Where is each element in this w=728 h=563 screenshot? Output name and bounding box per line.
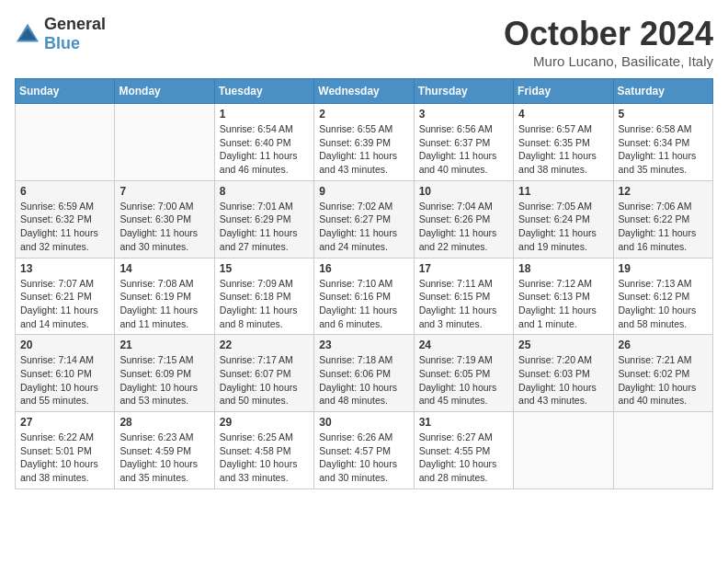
logo: General Blue [15,15,106,53]
sunrise-text: Sunrise: 7:07 AM [20,278,94,289]
calendar-cell: 20 Sunrise: 7:14 AM Sunset: 6:10 PM Dayl… [16,335,115,412]
sunrise-text: Sunrise: 6:27 AM [419,431,493,442]
sunset-text: Sunset: 6:21 PM [20,291,92,302]
day-number: 5 [619,108,708,121]
day-number: 15 [220,262,309,275]
calendar-cell: 24 Sunrise: 7:19 AM Sunset: 6:05 PM Dayl… [414,335,513,412]
sunset-text: Sunset: 6:30 PM [119,213,191,224]
sunrise-text: Sunrise: 7:09 AM [220,278,293,289]
logo-icon [15,21,40,47]
day-number: 25 [518,339,608,351]
sunset-text: Sunset: 6:02 PM [619,368,690,379]
calendar-cell: 18 Sunrise: 7:12 AM Sunset: 6:13 PM Dayl… [514,258,613,335]
day-number: 18 [518,262,608,275]
sunset-text: Sunset: 6:16 PM [319,291,391,302]
calendar-cell: 12 Sunrise: 7:06 AM Sunset: 6:22 PM Dayl… [613,180,712,258]
day-number: 4 [518,108,608,121]
sunset-text: Sunset: 6:24 PM [518,213,590,224]
sunrise-text: Sunrise: 7:08 AM [119,278,193,289]
day-number: 22 [220,339,309,351]
sunrise-text: Sunrise: 6:54 AM [220,123,293,134]
sunset-text: Sunset: 6:32 PM [20,213,92,224]
sunset-text: Sunset: 6:35 PM [518,137,590,148]
day-number: 1 [220,108,309,121]
daylight-text: Daylight: 10 hours and 55 minutes. [20,382,98,407]
weekday-header: Sunday [16,79,115,104]
sunset-text: Sunset: 6:07 PM [220,368,291,379]
daylight-text: Daylight: 10 hours and 48 minutes. [319,382,397,407]
calendar-cell: 28 Sunrise: 6:23 AM Sunset: 4:59 PM Dayl… [115,412,214,489]
calendar-cell: 23 Sunrise: 7:18 AM Sunset: 6:06 PM Dayl… [314,335,414,412]
calendar-week-row: 6 Sunrise: 6:59 AM Sunset: 6:32 PM Dayli… [16,180,713,258]
weekday-header-row: SundayMondayTuesdayWednesdayThursdayFrid… [16,79,713,104]
sunrise-text: Sunrise: 7:10 AM [319,278,392,289]
sunset-text: Sunset: 4:59 PM [119,445,191,456]
sunrise-text: Sunrise: 7:02 AM [319,201,392,212]
sunset-text: Sunset: 6:37 PM [419,137,491,148]
weekday-header: Saturday [613,79,712,104]
sunrise-text: Sunrise: 6:58 AM [619,123,692,134]
calendar-cell: 14 Sunrise: 7:08 AM Sunset: 6:19 PM Dayl… [115,258,214,335]
day-number: 7 [119,185,209,198]
sunset-text: Sunset: 6:39 PM [319,137,391,148]
sunrise-text: Sunrise: 6:57 AM [518,123,592,134]
sunset-text: Sunset: 6:40 PM [220,137,291,148]
calendar-cell: 9 Sunrise: 7:02 AM Sunset: 6:27 PM Dayli… [314,180,414,258]
day-number: 26 [619,339,708,351]
day-number: 3 [419,108,508,121]
calendar-cell: 31 Sunrise: 6:27 AM Sunset: 4:55 PM Dayl… [414,412,513,489]
sunset-text: Sunset: 6:09 PM [119,368,191,379]
calendar-cell: 5 Sunrise: 6:58 AM Sunset: 6:34 PM Dayli… [613,104,712,181]
calendar-cell: 8 Sunrise: 7:01 AM Sunset: 6:29 PM Dayli… [214,180,313,258]
day-number: 24 [419,339,508,351]
calendar-cell: 29 Sunrise: 6:25 AM Sunset: 4:58 PM Dayl… [214,412,313,489]
sunrise-text: Sunrise: 6:25 AM [220,431,293,442]
daylight-text: Daylight: 10 hours and 45 minutes. [419,382,497,407]
daylight-text: Daylight: 11 hours and 40 minutes. [419,150,497,175]
sunrise-text: Sunrise: 7:11 AM [419,278,493,289]
day-number: 19 [619,262,708,275]
calendar-cell [115,104,214,181]
sunrise-text: Sunrise: 6:22 AM [20,431,94,442]
sunrise-text: Sunrise: 6:55 AM [319,123,392,134]
weekday-header: Thursday [414,79,513,104]
calendar-cell: 17 Sunrise: 7:11 AM Sunset: 6:15 PM Dayl… [414,258,513,335]
day-number: 6 [20,185,109,198]
sunrise-text: Sunrise: 6:59 AM [20,201,94,212]
weekday-header: Monday [115,79,214,104]
daylight-text: Daylight: 10 hours and 53 minutes. [119,382,198,407]
sunset-text: Sunset: 6:26 PM [419,213,491,224]
calendar-week-row: 1 Sunrise: 6:54 AM Sunset: 6:40 PM Dayli… [16,104,713,181]
sunset-text: Sunset: 6:34 PM [619,137,690,148]
calendar-week-row: 13 Sunrise: 7:07 AM Sunset: 6:21 PM Dayl… [16,258,713,335]
daylight-text: Daylight: 11 hours and 32 minutes. [20,227,98,252]
day-number: 27 [20,416,109,429]
daylight-text: Daylight: 10 hours and 33 minutes. [220,458,298,483]
sunrise-text: Sunrise: 6:56 AM [419,123,493,134]
daylight-text: Daylight: 11 hours and 46 minutes. [220,150,298,175]
sunrise-text: Sunrise: 6:26 AM [319,431,392,442]
sunset-text: Sunset: 6:27 PM [319,213,391,224]
day-number: 9 [319,185,408,198]
calendar-cell: 27 Sunrise: 6:22 AM Sunset: 5:01 PM Dayl… [16,412,115,489]
sunset-text: Sunset: 4:58 PM [220,445,291,456]
sunrise-text: Sunrise: 7:13 AM [619,278,692,289]
sunrise-text: Sunrise: 7:15 AM [119,354,193,365]
page-header: General Blue October 2024 Muro Lucano, B… [15,15,713,69]
title-area: October 2024 Muro Lucano, Basilicate, It… [504,15,713,69]
daylight-text: Daylight: 11 hours and 14 minutes. [20,304,98,329]
calendar-cell: 21 Sunrise: 7:15 AM Sunset: 6:09 PM Dayl… [115,335,214,412]
sunrise-text: Sunrise: 7:01 AM [220,201,293,212]
calendar-cell: 19 Sunrise: 7:13 AM Sunset: 6:12 PM Dayl… [613,258,712,335]
calendar-cell: 4 Sunrise: 6:57 AM Sunset: 6:35 PM Dayli… [514,104,613,181]
calendar-cell: 11 Sunrise: 7:05 AM Sunset: 6:24 PM Dayl… [514,180,613,258]
sunrise-text: Sunrise: 6:23 AM [119,431,193,442]
sunset-text: Sunset: 6:19 PM [119,291,191,302]
weekday-header: Tuesday [214,79,313,104]
calendar-cell: 30 Sunrise: 6:26 AM Sunset: 4:57 PM Dayl… [314,412,414,489]
day-number: 31 [419,416,508,429]
weekday-header: Friday [514,79,613,104]
daylight-text: Daylight: 11 hours and 19 minutes. [518,227,597,252]
daylight-text: Daylight: 10 hours and 40 minutes. [619,382,697,407]
sunset-text: Sunset: 4:55 PM [419,445,491,456]
